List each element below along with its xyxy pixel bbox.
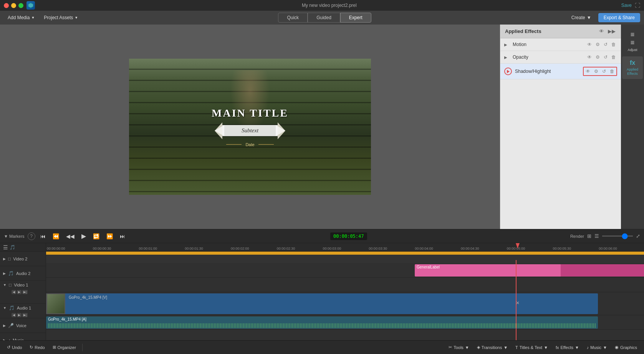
effects-button[interactable]: fx Effects ▼	[553, 344, 582, 351]
expert-mode-button[interactable]: Expert	[340, 13, 371, 23]
shadow-highlight-icons-box: 👁 ⚙ ↺ 🗑	[583, 67, 617, 76]
track-audio-button[interactable]: 🎵	[10, 245, 15, 250]
track-row-video2: GeneralLabel	[46, 263, 644, 278]
progress-bar	[46, 252, 644, 255]
track-add-button[interactable]: ☰	[3, 244, 8, 250]
adjust-tool[interactable]: ≡≡ Adjust	[622, 28, 643, 55]
undo-button[interactable]: ↺ Undo	[4, 343, 25, 351]
preview-overlay: MAIN TITLE Subtext Date	[129, 59, 371, 195]
track-row-audio1: GoPro_4k_15.MP4 [A]	[46, 315, 644, 330]
go-to-start-button[interactable]: ⏮	[38, 232, 48, 240]
timeline-settings-button[interactable]: ☰	[594, 233, 599, 239]
fullscreen-icon[interactable]: ⛶	[635, 2, 640, 8]
shadow-play-button[interactable]	[504, 68, 512, 75]
video-thumbnail	[46, 293, 65, 314]
play-button[interactable]: ▶	[79, 232, 88, 240]
voice-expand[interactable]: ▶	[3, 324, 6, 328]
effects-panel-title: Applied Effects	[505, 28, 541, 34]
shadow-highlight-effect-row: Shadow/Highlight 👁 ⚙ ↺ 🗑	[500, 64, 621, 79]
next-frame-button[interactable]: ⏩	[104, 232, 115, 240]
motion-expand-arrow[interactable]: ▶	[504, 43, 510, 47]
preview-main-title: MAIN TITLE	[212, 107, 288, 119]
guided-mode-button[interactable]: Guided	[308, 13, 340, 23]
maximize-button[interactable]	[18, 3, 23, 8]
shadow-delete-icon[interactable]: 🗑	[609, 68, 616, 74]
video2-expand[interactable]: ▶	[3, 257, 6, 261]
adjust-icon: ≡≡	[631, 31, 635, 47]
effects-view-icon[interactable]: 👁	[598, 28, 605, 35]
export-share-button[interactable]: Export & Share	[598, 13, 640, 22]
opacity-pin-icon[interactable]: ⚙	[594, 54, 601, 60]
video1-next-btn[interactable]: ▶|	[22, 290, 28, 294]
markers-dropdown[interactable]: ▼ Markers	[4, 234, 25, 239]
preview-subtext-banner: Subtext	[222, 125, 278, 136]
timeline-expand-button[interactable]: ⤢	[636, 233, 640, 239]
titlebar: My new video project2.prel Save ⛶	[0, 0, 644, 11]
graphics-button[interactable]: ◉ Graphics	[612, 343, 640, 351]
audio1-prev-btn[interactable]: ◀	[12, 313, 16, 317]
close-button[interactable]	[4, 3, 9, 8]
opacity-effect-row: ▶ Opacity 👁 ⚙ ↺ 🗑	[500, 51, 621, 64]
zoom-slider[interactable]	[602, 235, 633, 237]
organizer-button[interactable]: ⊞ Organizer	[50, 343, 79, 351]
previous-frame-button[interactable]: ⏪	[51, 232, 61, 240]
video1-expand[interactable]: ▼	[3, 283, 7, 287]
tools-button[interactable]: ✂ Tools ▼	[445, 343, 472, 351]
app-icon	[26, 1, 35, 10]
music-button[interactable]: ♪ Music ▼	[584, 344, 610, 351]
audio1-next-btn[interactable]: ▶|	[22, 313, 28, 317]
redo-button[interactable]: ↻ Redo	[26, 343, 48, 351]
titles-text-button[interactable]: T Titles & Text ▼	[512, 344, 551, 351]
timeline-controls: ▼ Markers ? ⏮ ⏪ ◀◀ ▶ 🔁 ⏩ ⏭ 00:00:05:47 R…	[0, 229, 644, 243]
save-button[interactable]: Save	[621, 3, 632, 8]
shadow-pin-icon[interactable]: ⚙	[593, 68, 599, 74]
help-button[interactable]: ?	[28, 232, 35, 240]
quick-mode-button[interactable]: Quick	[278, 13, 308, 23]
shadow-reset-icon[interactable]: ↺	[601, 68, 607, 74]
motion-pin-icon[interactable]: ⚙	[594, 41, 601, 48]
track-row-voice	[46, 330, 644, 340]
music-expand[interactable]: ▶	[3, 338, 6, 341]
clip-general-label-end	[561, 264, 644, 277]
motion-delete-icon[interactable]: 🗑	[610, 41, 617, 48]
timeline-view-button[interactable]: ⊞	[587, 233, 591, 239]
opacity-reset-icon[interactable]: ↺	[603, 54, 609, 60]
play-loop-button[interactable]: 🔁	[91, 232, 101, 240]
audio1-play-btn[interactable]: ▶	[17, 313, 22, 317]
opacity-effect-icons: 👁 ⚙ ↺ 🗑	[586, 54, 617, 60]
opacity-expand-arrow[interactable]: ▶	[504, 55, 510, 59]
track-label-audio1: ▼ 🎵 Audio 1 ◀ ▶ ▶|	[0, 304, 46, 318]
track-label-audio2: ▶ 🎵 Audio 2	[0, 266, 46, 281]
transitions-button[interactable]: ◈ Transitions ▼	[474, 343, 511, 351]
video1-prev-btn[interactable]: ◀	[12, 290, 16, 294]
applied-effects-tool[interactable]: fx Applied Effects	[622, 56, 643, 79]
track-labels: ☰ 🎵 ▶ □ Video 2 ▶ 🎵 Audio 2 ▼ □ Video 1	[0, 243, 46, 340]
rewind-button[interactable]: ◀◀	[64, 232, 76, 240]
track-row-audio2	[46, 278, 644, 292]
motion-reset-icon[interactable]: ↺	[603, 41, 609, 48]
add-media-menu[interactable]: Add Media ▼	[4, 13, 38, 22]
preview-area: MAIN TITLE Subtext Date	[0, 25, 500, 229]
clip-audio1[interactable]: GoPro_4k_15.MP4 [A]	[46, 316, 598, 329]
preview-frame: MAIN TITLE Subtext Date	[129, 59, 371, 195]
motion-effect-name: Motion	[513, 42, 583, 47]
motion-effect-icons: 👁 ⚙ ↺ 🗑	[586, 41, 617, 48]
video1-play-btn[interactable]: ▶	[17, 290, 22, 294]
menubar: Add Media ▼ Project Assets ▼ Quick Guide…	[0, 11, 644, 25]
motion-visibility-icon[interactable]: 👁	[586, 41, 593, 48]
minimize-button[interactable]	[11, 3, 16, 8]
waveform	[48, 323, 596, 328]
opacity-visibility-icon[interactable]: 👁	[586, 54, 593, 60]
audio1-expand[interactable]: ▼	[3, 306, 7, 310]
svg-marker-0	[28, 3, 33, 8]
timeline: ▼ Markers ? ⏮ ⏪ ◀◀ ▶ 🔁 ⏩ ⏭ 00:00:05:47 R…	[0, 229, 644, 340]
effects-more-icon[interactable]: ▶▶	[607, 28, 616, 35]
audio2-expand[interactable]: ▶	[3, 272, 6, 275]
create-menu-button[interactable]: Create ▼	[568, 13, 595, 22]
project-assets-menu[interactable]: Project Assets ▼	[40, 13, 82, 22]
shadow-visibility-icon[interactable]: 👁	[584, 68, 591, 74]
go-to-end-button[interactable]: ⏭	[118, 232, 127, 240]
track-label-video1: ▼ □ Video 1 ◀ ▶ ▶|	[0, 281, 46, 304]
render-button[interactable]: Render	[570, 234, 584, 239]
opacity-delete-icon[interactable]: 🗑	[610, 54, 617, 60]
